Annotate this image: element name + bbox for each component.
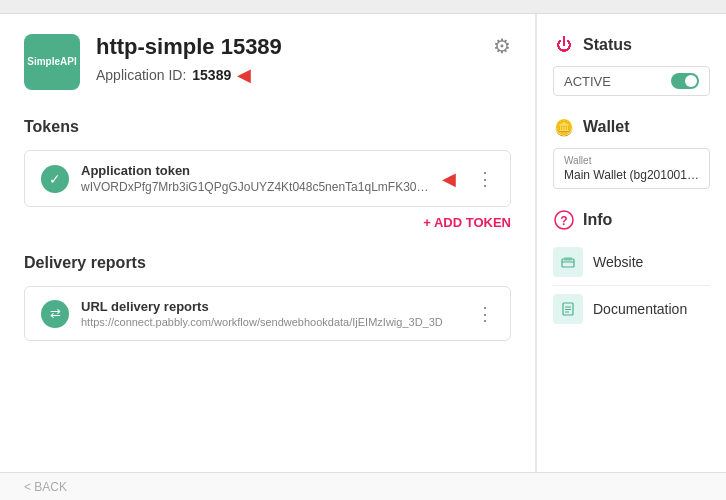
delivery-info: URL delivery reports https://connect.pab… [81, 299, 464, 328]
token-arrow: ◀ [442, 168, 456, 190]
info-title: Info [583, 211, 612, 229]
documentation-link[interactable]: Documentation [553, 288, 710, 330]
website-link[interactable]: Website [553, 241, 710, 283]
divider [553, 285, 710, 286]
token-card: ✓ Application token wIVORDxPfg7Mrb3iG1QP… [24, 150, 511, 207]
wallet-value: Main Wallet (bg201001111802C [564, 168, 699, 182]
wallet-label-small: Wallet [564, 155, 699, 166]
tokens-section-title: Tokens [24, 118, 511, 136]
status-value: ACTIVE [564, 74, 611, 89]
svg-rect-4 [564, 257, 572, 261]
svg-text:?: ? [560, 214, 567, 228]
status-title: Status [583, 36, 632, 54]
app-logo-text: SimpleAPI [27, 56, 76, 68]
bottom-bar: < BACK [0, 472, 726, 500]
gear-icon: ⚙ [493, 35, 511, 57]
app-id-label: Application ID: [96, 67, 186, 83]
gear-button[interactable]: ⚙ [493, 34, 511, 58]
info-header: ? Info [553, 209, 710, 231]
delivery-label: URL delivery reports [81, 299, 464, 314]
website-icon [553, 247, 583, 277]
status-header: ⏻ Status [553, 34, 710, 56]
delivery-section-title: Delivery reports [24, 254, 511, 272]
app-id-value: 15389 [192, 67, 231, 83]
app-info: http-simple 15389 Application ID: 15389 … [96, 34, 511, 86]
app-logo: SimpleAPI [24, 34, 80, 90]
info-section: ? Info Website [553, 209, 710, 330]
info-icon: ? [553, 209, 575, 231]
token-menu-button[interactable]: ⋮ [476, 168, 494, 190]
token-value: wIVORDxPfg7Mrb3iG1QPgGJoUYZ4Kt048c5nenTa… [81, 180, 430, 194]
add-token-button[interactable]: + ADD TOKEN [423, 215, 511, 230]
power-icon: ⏻ [556, 36, 572, 54]
wallet-box: Wallet Main Wallet (bg201001111802C [553, 148, 710, 189]
add-token-row: + ADD TOKEN [24, 215, 511, 230]
wallet-card-icon: 🪙 [554, 118, 574, 137]
delivery-url: https://connect.pabbly.com/workflow/send… [81, 316, 464, 328]
app-header: SimpleAPI http-simple 15389 Application … [24, 34, 511, 90]
documentation-icon [553, 294, 583, 324]
app-id-row: Application ID: 15389 ◀ [96, 64, 511, 86]
top-bar [0, 0, 726, 14]
delivery-icon: ⇄ [41, 300, 69, 328]
status-toggle[interactable] [671, 73, 699, 89]
check-circle-icon: ✓ [41, 165, 69, 193]
question-circle-icon: ? [554, 210, 574, 230]
right-panel: ⏻ Status ACTIVE 🪙 Wallet Wallet Main Wal… [536, 14, 726, 472]
wallet-section: 🪙 Wallet Wallet Main Wallet (bg201001111… [553, 116, 710, 189]
website-label: Website [593, 254, 643, 270]
status-icon: ⏻ [553, 34, 575, 56]
documentation-label: Documentation [593, 301, 687, 317]
status-box: ACTIVE [553, 66, 710, 96]
token-info: Application token wIVORDxPfg7Mrb3iG1QPgG… [81, 163, 430, 194]
app-id-arrow: ◀ [237, 64, 251, 86]
left-panel: SimpleAPI http-simple 15389 Application … [0, 14, 536, 472]
main-container: SimpleAPI http-simple 15389 Application … [0, 14, 726, 472]
back-button[interactable]: < BACK [24, 480, 67, 494]
status-section: ⏻ Status ACTIVE [553, 34, 710, 96]
wallet-icon: 🪙 [553, 116, 575, 138]
wallet-header: 🪙 Wallet [553, 116, 710, 138]
delivery-card: ⇄ URL delivery reports https://connect.p… [24, 286, 511, 341]
token-label: Application token [81, 163, 430, 178]
wallet-title: Wallet [583, 118, 630, 136]
delivery-menu-button[interactable]: ⋮ [476, 303, 494, 325]
app-name: http-simple 15389 [96, 34, 511, 60]
